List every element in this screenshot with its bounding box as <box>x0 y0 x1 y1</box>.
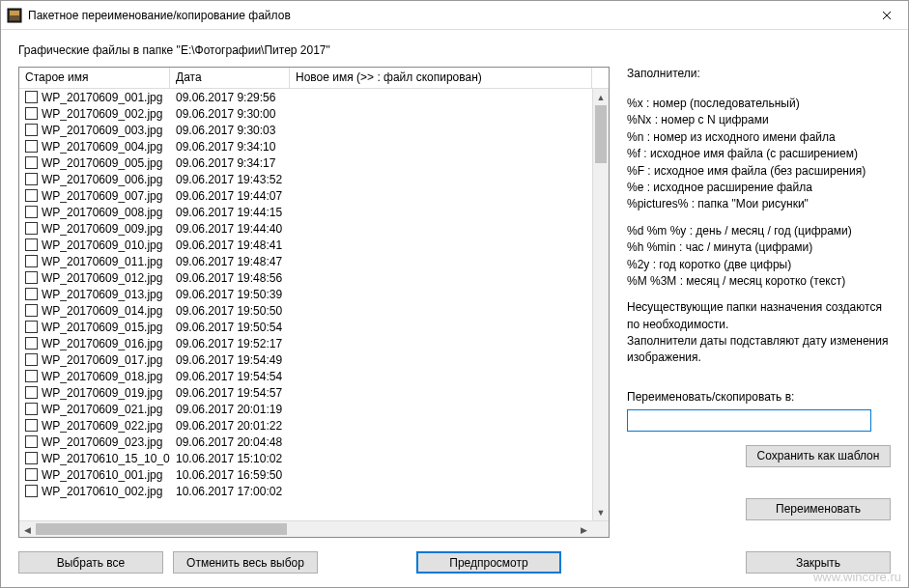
checkbox-icon[interactable] <box>25 353 38 366</box>
svg-rect-2 <box>10 15 19 20</box>
checkbox-icon[interactable] <box>25 337 38 350</box>
table-row[interactable]: WP_20170609_001.jpg09.06.2017 9:29:56 <box>19 89 592 105</box>
checkbox-icon[interactable] <box>25 156 38 169</box>
file-date: 09.06.2017 19:48:41 <box>170 238 290 252</box>
vertical-scrollbar[interactable]: ▲ ▼ <box>592 89 609 520</box>
file-table[interactable]: Старое имя Дата Новое имя (>> : файл ско… <box>18 67 610 538</box>
file-name: WP_20170609_004.jpg <box>42 140 162 154</box>
file-date: 09.06.2017 20:04:48 <box>170 435 290 449</box>
checkbox-icon[interactable] <box>25 468 38 481</box>
checkbox-icon[interactable] <box>25 435 38 448</box>
file-date: 09.06.2017 19:50:50 <box>170 304 290 318</box>
table-row[interactable]: WP_20170609_011.jpg09.06.2017 19:48:47 <box>19 253 592 269</box>
file-date: 09.06.2017 19:48:47 <box>170 255 290 268</box>
checkbox-icon[interactable] <box>25 107 38 120</box>
table-row[interactable]: WP_20170609_016.jpg09.06.2017 19:52:17 <box>19 335 592 351</box>
rename-button[interactable]: Переименовать <box>746 498 891 520</box>
table-row[interactable]: WP_20170609_021.jpg09.06.2017 20:01:19 <box>19 401 592 417</box>
checkbox-icon[interactable] <box>25 288 38 300</box>
table-row[interactable]: WP_20170609_010.jpg09.06.2017 19:48:41 <box>19 237 592 253</box>
checkbox-icon[interactable] <box>25 222 38 235</box>
scroll-left-arrow-icon[interactable]: ◀ <box>19 521 36 538</box>
app-icon <box>7 8 22 23</box>
file-name: WP_20170609_016.jpg <box>42 337 162 350</box>
column-header-oldname[interactable]: Старое имя <box>19 68 170 88</box>
checkbox-icon[interactable] <box>25 124 38 136</box>
file-name: WP_20170609_023.jpg <box>42 435 162 449</box>
file-date: 09.06.2017 19:50:54 <box>170 321 290 334</box>
checkbox-icon[interactable] <box>25 173 38 185</box>
preview-button[interactable]: Предпросмотр <box>416 551 561 574</box>
scrollbar-thumb-h[interactable] <box>36 523 287 535</box>
table-row[interactable]: WP_20170609_017.jpg09.06.2017 19:54:49 <box>19 351 592 368</box>
file-name: WP_20170609_008.jpg <box>42 206 162 219</box>
close-button[interactable] <box>865 1 908 30</box>
file-name: WP_20170610_15_10_02... <box>42 452 170 465</box>
placeholder-line: %F : исходное имя файла (без расширения) <box>627 163 891 180</box>
placeholders-note: Несуществующие папки назначения создаютс… <box>627 299 891 367</box>
deselect-all-button[interactable]: Отменить весь выбор <box>173 551 318 574</box>
scrollbar-thumb[interactable] <box>595 105 607 163</box>
file-date: 09.06.2017 19:44:40 <box>170 222 290 236</box>
table-row[interactable]: WP_20170610_001.jpg10.06.2017 16:59:50 <box>19 466 592 483</box>
checkbox-icon[interactable] <box>25 370 38 382</box>
table-row[interactable]: WP_20170609_007.jpg09.06.2017 19:44:07 <box>19 187 592 204</box>
file-name: WP_20170610_002.jpg <box>42 485 162 498</box>
placeholder-line: %d %m %y : день / месяц / год (цифрами) <box>627 223 891 239</box>
file-date: 10.06.2017 15:10:02 <box>170 452 290 465</box>
file-name: WP_20170609_015.jpg <box>42 321 162 334</box>
scroll-down-arrow-icon[interactable]: ▼ <box>593 504 609 520</box>
table-row[interactable]: WP_20170609_009.jpg09.06.2017 19:44:40 <box>19 220 592 237</box>
file-date: 09.06.2017 20:01:19 <box>170 403 290 416</box>
table-row[interactable]: WP_20170609_002.jpg09.06.2017 9:30:00 <box>19 105 592 122</box>
table-row[interactable]: WP_20170609_012.jpg09.06.2017 19:48:56 <box>19 269 592 286</box>
checkbox-icon[interactable] <box>25 403 38 415</box>
checkbox-icon[interactable] <box>25 255 38 267</box>
table-row[interactable]: WP_20170609_006.jpg09.06.2017 19:43:52 <box>19 171 592 187</box>
checkbox-icon[interactable] <box>25 485 38 497</box>
table-row[interactable]: WP_20170609_015.jpg09.06.2017 19:50:54 <box>19 319 592 335</box>
table-row[interactable]: WP_20170609_023.jpg09.06.2017 20:04:48 <box>19 434 592 450</box>
table-row[interactable]: WP_20170609_013.jpg09.06.2017 19:50:39 <box>19 286 592 302</box>
checkbox-icon[interactable] <box>25 238 38 251</box>
table-row[interactable]: WP_20170609_003.jpg09.06.2017 9:30:03 <box>19 122 592 138</box>
placeholders-header: Заполнители: <box>627 67 891 80</box>
table-row[interactable]: WP_20170609_018.jpg09.06.2017 19:54:54 <box>19 368 592 384</box>
file-name: WP_20170609_012.jpg <box>42 271 162 285</box>
checkbox-icon[interactable] <box>25 304 38 317</box>
table-row[interactable]: WP_20170609_019.jpg09.06.2017 19:54:57 <box>19 384 592 401</box>
horizontal-scrollbar[interactable]: ◀ ▶ <box>19 521 592 537</box>
table-row[interactable]: WP_20170609_022.jpg09.06.2017 20:01:22 <box>19 417 592 434</box>
file-date: 09.06.2017 19:54:54 <box>170 370 290 383</box>
column-header-newname[interactable]: Новое имя (>> : файл скопирован) <box>290 68 592 88</box>
table-row[interactable]: WP_20170609_008.jpg09.06.2017 19:44:15 <box>19 204 592 220</box>
rename-pattern-input[interactable] <box>627 409 871 432</box>
scroll-up-arrow-icon[interactable]: ▲ <box>593 89 609 105</box>
placeholder-line: %x : номер (последовательный) <box>627 96 891 112</box>
table-row[interactable]: WP_20170609_014.jpg09.06.2017 19:50:50 <box>19 302 592 319</box>
table-row[interactable]: WP_20170610_002.jpg10.06.2017 17:00:02 <box>19 483 592 499</box>
table-row[interactable]: WP_20170610_15_10_02...10.06.2017 15:10:… <box>19 450 592 466</box>
column-header-date[interactable]: Дата <box>170 68 290 88</box>
checkbox-icon[interactable] <box>25 321 38 333</box>
close-dialog-button[interactable]: Закрыть <box>746 551 891 574</box>
checkbox-icon[interactable] <box>25 452 38 464</box>
placeholders-list-1: %x : номер (последовательный)%Nx : номер… <box>627 96 891 213</box>
file-date: 09.06.2017 19:43:52 <box>170 173 290 186</box>
checkbox-icon[interactable] <box>25 189 38 202</box>
file-date: 09.06.2017 9:34:10 <box>170 140 290 154</box>
checkbox-icon[interactable] <box>25 206 38 218</box>
file-date: 10.06.2017 17:00:02 <box>170 485 290 498</box>
placeholder-line: %Nx : номер с N цифрами <box>627 112 891 128</box>
select-all-button[interactable]: Выбрать все <box>18 551 163 574</box>
scroll-right-arrow-icon[interactable]: ▶ <box>576 521 592 538</box>
checkbox-icon[interactable] <box>25 91 38 103</box>
checkbox-icon[interactable] <box>25 140 38 153</box>
file-date: 09.06.2017 9:34:17 <box>170 156 290 170</box>
table-row[interactable]: WP_20170609_004.jpg09.06.2017 9:34:10 <box>19 138 592 154</box>
checkbox-icon[interactable] <box>25 271 38 284</box>
checkbox-icon[interactable] <box>25 386 38 399</box>
checkbox-icon[interactable] <box>25 419 38 432</box>
save-template-button[interactable]: Сохранить как шаблон <box>746 445 891 467</box>
table-row[interactable]: WP_20170609_005.jpg09.06.2017 9:34:17 <box>19 154 592 171</box>
